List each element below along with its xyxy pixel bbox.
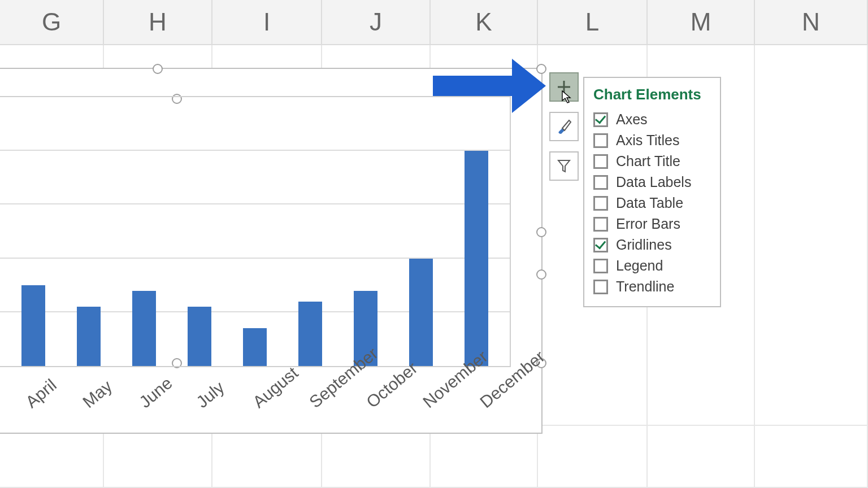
chart-bar[interactable] xyxy=(243,328,267,366)
chart-element-option-gridlines[interactable]: Gridlines xyxy=(593,234,711,255)
column-header-I[interactable]: I xyxy=(212,0,322,44)
column-header-J[interactable]: J xyxy=(322,0,431,44)
plus-icon xyxy=(556,79,572,95)
chart-element-option-data-table[interactable]: Data Table xyxy=(593,193,711,213)
chart-bar[interactable] xyxy=(21,285,45,366)
checkbox[interactable] xyxy=(593,259,608,273)
option-label: Legend xyxy=(616,258,663,274)
embedded-chart[interactable]: AprilMayJuneJulyAugustSeptemberOctoberNo… xyxy=(0,68,542,434)
selection-handle[interactable] xyxy=(153,64,163,74)
chart-styles-button[interactable] xyxy=(549,112,579,141)
selection-handle[interactable] xyxy=(536,269,546,280)
option-label: Chart Title xyxy=(616,153,680,169)
chart-element-option-chart-title[interactable]: Chart Title xyxy=(593,151,711,172)
checkbox[interactable] xyxy=(593,217,608,232)
chart-bar[interactable] xyxy=(188,307,211,366)
column-header-G[interactable]: G xyxy=(0,0,104,44)
chart-side-buttons xyxy=(549,72,579,181)
option-label: Error Bars xyxy=(616,216,680,232)
chart-bars[interactable] xyxy=(0,97,510,366)
x-axis-label: April xyxy=(22,382,91,457)
checkbox[interactable] xyxy=(593,154,608,169)
checkbox[interactable] xyxy=(593,175,608,190)
option-label: Trendline xyxy=(616,278,674,295)
chart-element-option-axes[interactable]: Axes xyxy=(593,109,711,130)
checkbox[interactable] xyxy=(593,280,608,294)
chart-element-option-legend[interactable]: Legend xyxy=(593,255,711,276)
selection-handle[interactable] xyxy=(536,64,546,74)
chart-x-axis-labels: AprilMayJuneJulyAugustSeptemberOctoberNo… xyxy=(0,374,511,453)
option-label: Gridlines xyxy=(616,237,672,253)
chart-element-option-axis-titles[interactable]: Axis Titles xyxy=(593,130,711,151)
option-label: Data Table xyxy=(616,195,683,211)
chart-bar[interactable] xyxy=(409,259,433,366)
chart-elements-flyout[interactable]: Chart Elements AxesAxis TitlesChart Titl… xyxy=(583,77,721,307)
paintbrush-icon xyxy=(555,118,572,135)
chart-plot-area[interactable] xyxy=(0,96,511,367)
x-axis-label: June xyxy=(136,382,205,457)
x-axis-label: September xyxy=(306,382,375,457)
flyout-title: Chart Elements xyxy=(593,86,711,103)
column-header-M[interactable]: M xyxy=(648,0,755,44)
column-header-K[interactable]: K xyxy=(431,0,538,44)
x-axis-label: October xyxy=(363,382,432,457)
chart-filters-button[interactable] xyxy=(549,151,579,181)
chart-bar[interactable] xyxy=(77,307,101,366)
option-label: Axes xyxy=(616,111,648,128)
selection-handle[interactable] xyxy=(536,227,546,237)
option-label: Axis Titles xyxy=(616,132,680,149)
column-header-row: GHIJKLMN xyxy=(0,0,868,45)
column-header-L[interactable]: L xyxy=(538,0,648,44)
column-header-H[interactable]: H xyxy=(104,0,212,44)
chart-bar[interactable] xyxy=(465,151,488,366)
x-axis-label: August xyxy=(249,382,318,457)
x-axis-label: May xyxy=(79,382,147,457)
chart-bar[interactable] xyxy=(298,302,322,366)
option-label: Data Labels xyxy=(616,174,691,190)
chart-element-option-trendline[interactable]: Trendline xyxy=(593,276,711,297)
checkbox[interactable] xyxy=(593,196,608,211)
checkbox[interactable] xyxy=(593,238,608,252)
checkbox[interactable] xyxy=(593,112,608,127)
x-axis-label: July xyxy=(192,382,261,457)
chart-bar[interactable] xyxy=(132,291,156,366)
funnel-icon xyxy=(556,158,572,174)
x-axis-label: November xyxy=(419,382,488,457)
chart-element-option-error-bars[interactable]: Error Bars xyxy=(593,213,711,234)
checkbox[interactable] xyxy=(593,133,608,148)
chart-elements-button[interactable] xyxy=(549,72,579,102)
x-axis-label: December xyxy=(476,382,545,457)
chart-element-option-data-labels[interactable]: Data Labels xyxy=(593,172,711,193)
column-header-N[interactable]: N xyxy=(755,0,868,44)
